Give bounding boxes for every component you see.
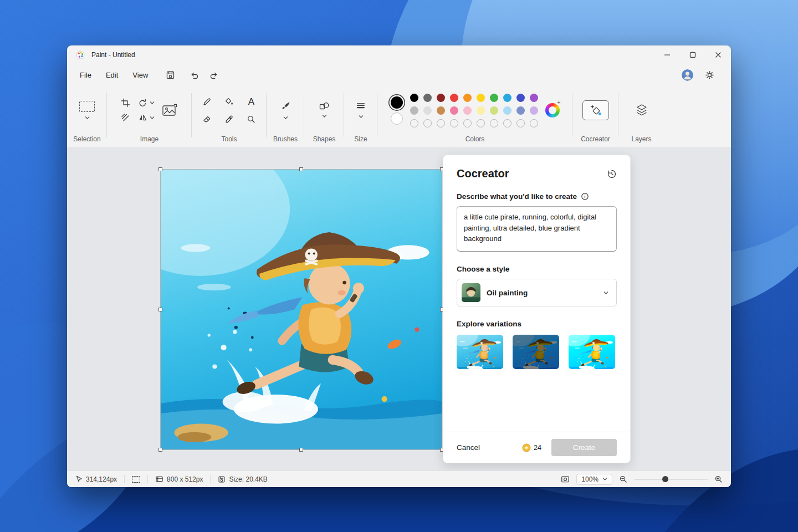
- create-button[interactable]: Create: [551, 439, 617, 456]
- selection-label: Selection: [67, 135, 107, 143]
- flip-icon: [138, 113, 147, 122]
- color-swatch[interactable]: [530, 94, 538, 102]
- selection-handle[interactable]: [158, 167, 162, 171]
- settings-button[interactable]: [700, 66, 719, 83]
- color-swatch[interactable]: [463, 94, 472, 102]
- save-icon: [166, 70, 175, 80]
- redo-button[interactable]: [204, 66, 223, 83]
- menubar-right: [682, 66, 725, 83]
- rotate-button[interactable]: [138, 98, 155, 108]
- maximize-button[interactable]: [680, 45, 705, 64]
- color-swatch[interactable]: [463, 106, 472, 115]
- selection-handle[interactable]: [299, 167, 303, 171]
- undo-button[interactable]: [185, 66, 204, 83]
- selection-handle[interactable]: [299, 448, 303, 452]
- chevron-down-icon: [283, 115, 288, 120]
- edit-colors-plus-badge: +: [556, 99, 562, 106]
- flip-button[interactable]: [138, 113, 155, 122]
- resize-skew-button[interactable]: [121, 113, 130, 122]
- cancel-button[interactable]: Cancel: [457, 443, 480, 452]
- color-picker-tool[interactable]: [224, 115, 234, 124]
- color-2-swatch[interactable]: [391, 112, 403, 125]
- color-swatch[interactable]: [437, 94, 445, 102]
- color-swatch[interactable]: [490, 94, 498, 102]
- minimize-button[interactable]: [654, 45, 680, 64]
- history-button[interactable]: [607, 169, 617, 179]
- color-swatch-empty[interactable]: [503, 119, 511, 127]
- variation-thumbnail-1[interactable]: [457, 335, 503, 369]
- size-button[interactable]: [356, 102, 366, 119]
- color-swatch[interactable]: [437, 106, 445, 115]
- variation-thumbnail-3[interactable]: [569, 335, 615, 369]
- close-button[interactable]: [705, 45, 731, 64]
- fill-tool[interactable]: [224, 97, 234, 106]
- zoom-in-button[interactable]: [714, 475, 723, 484]
- zoom-level-value: 100%: [581, 475, 598, 483]
- style-dropdown[interactable]: Oil painting: [457, 279, 617, 306]
- eyedropper-icon: [224, 115, 234, 124]
- save-button[interactable]: [161, 66, 180, 83]
- selection-handle[interactable]: [158, 308, 162, 311]
- color-swatch[interactable]: [516, 94, 525, 102]
- line-size-icon: [356, 102, 366, 111]
- statusbar: 314,124px 800 x 512px Size: 20.4KB 100%: [67, 470, 731, 487]
- titlebar[interactable]: Paint - Untitled: [67, 45, 731, 64]
- variation-thumbnail-2[interactable]: [513, 335, 559, 369]
- magnifier-tool[interactable]: [247, 115, 256, 124]
- zoom-out-button[interactable]: [619, 475, 628, 484]
- ribbon-toolbar: Selection: [67, 85, 731, 148]
- color-swatch-empty[interactable]: [516, 119, 525, 127]
- menu-view[interactable]: View: [125, 68, 155, 83]
- account-avatar[interactable]: [682, 69, 693, 81]
- text-tool[interactable]: A: [248, 97, 254, 107]
- credits-coin-icon: [522, 443, 531, 452]
- info-icon[interactable]: [581, 192, 589, 201]
- zoom-slider-track[interactable]: [635, 479, 708, 480]
- selection-tool[interactable]: [79, 101, 95, 120]
- color-swatch[interactable]: [423, 106, 432, 115]
- color-swatch-empty[interactable]: [490, 119, 498, 127]
- color-1-swatch[interactable]: [391, 96, 403, 109]
- selection-handle[interactable]: [158, 448, 162, 452]
- color-swatch[interactable]: [450, 94, 458, 102]
- color-swatch-empty[interactable]: [463, 119, 472, 127]
- color-swatch-empty[interactable]: [530, 119, 538, 127]
- cocreator-button[interactable]: [582, 100, 609, 120]
- brushes-button[interactable]: [280, 101, 291, 120]
- color-swatch[interactable]: [450, 106, 458, 115]
- edit-colors-button[interactable]: +: [545, 103, 560, 117]
- shapes-button[interactable]: [319, 102, 329, 119]
- color-swatch[interactable]: [503, 106, 511, 115]
- prompt-input[interactable]: a little cute pirate, running, colorful,…: [457, 206, 617, 252]
- color-swatch-empty[interactable]: [423, 119, 432, 127]
- zoom-fit-button[interactable]: [561, 475, 570, 483]
- menu-file[interactable]: File: [73, 68, 99, 83]
- color-swatch[interactable]: [530, 106, 538, 115]
- color-swatch-empty[interactable]: [437, 119, 445, 127]
- layers-button[interactable]: [635, 103, 649, 117]
- color-swatch-empty[interactable]: [450, 119, 458, 127]
- zoom-level-dropdown[interactable]: 100%: [576, 474, 612, 485]
- image-options-button[interactable]: [161, 103, 178, 118]
- menu-edit[interactable]: Edit: [99, 68, 125, 83]
- color-swatch-empty[interactable]: [410, 119, 418, 127]
- crop-button[interactable]: [121, 98, 130, 108]
- paint-window: Paint - Untitled File Edit View: [67, 45, 731, 487]
- canvas-image[interactable]: [161, 170, 442, 449]
- zoom-slider[interactable]: [635, 475, 708, 483]
- color-swatch[interactable]: [410, 94, 418, 102]
- canvas-area[interactable]: Cocreator Describe what you'd like to cr…: [67, 148, 731, 470]
- color-swatch[interactable]: [477, 94, 485, 102]
- zoom-slider-thumb[interactable]: [662, 476, 668, 482]
- color-swatch[interactable]: [516, 106, 525, 115]
- color-swatch[interactable]: [410, 106, 418, 115]
- color-swatch[interactable]: [503, 94, 511, 102]
- ribbon-section-cocreator: Cocreator: [572, 85, 618, 147]
- eraser-tool[interactable]: [202, 115, 212, 124]
- color-swatch[interactable]: [423, 94, 432, 102]
- color-swatch[interactable]: [477, 106, 485, 115]
- color-swatch-empty[interactable]: [477, 119, 485, 127]
- pencil-tool[interactable]: [202, 97, 212, 106]
- color-swatch[interactable]: [490, 106, 498, 115]
- canvas-size-text: 800 x 512px: [167, 475, 203, 483]
